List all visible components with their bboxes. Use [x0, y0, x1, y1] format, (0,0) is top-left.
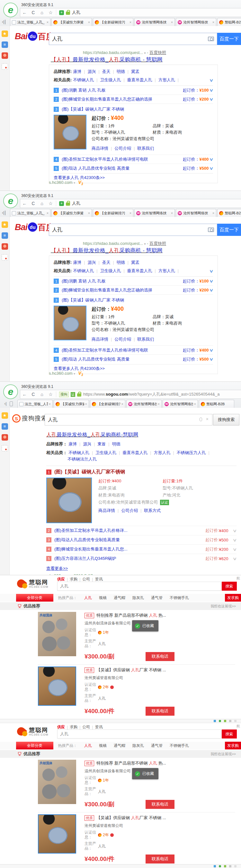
all-categories-button[interactable]: 全部分类 [16, 594, 53, 601]
status-icon[interactable] [214, 720, 216, 722]
expand-chevron-icon[interactable]: ∨ [209, 97, 214, 101]
tab-collapse-icon[interactable]: ‹| [2, 20, 4, 24]
product-detail-link[interactable]: 商品详情 [92, 146, 108, 151]
product-title-link[interactable]: 特别推荐 新产品扇形不锈钢 人孔 热... [96, 613, 166, 618]
tab-zhibo-1[interactable]: W沧州智博网络技× [126, 400, 162, 408]
close-icon[interactable]: × [158, 402, 160, 406]
snapshot-link[interactable]: 百度快照 [149, 241, 166, 246]
status-icon[interactable] [229, 865, 231, 867]
expand-chevron-icon[interactable]: ∨ [209, 348, 214, 352]
product-link[interactable]: (图)【昊诚】碳钢人孔厂家 不锈钢 [62, 297, 213, 303]
category-link[interactable]: 方形人孔 [154, 450, 170, 456]
all-categories-button[interactable]: 全部分类 [16, 742, 53, 749]
hongbao-icon[interactable] [2, 434, 8, 441]
category-link[interactable]: 不锈钢人孔 [73, 268, 94, 274]
product-image[interactable]: 共创流体 [38, 612, 76, 656]
screenshot-icon[interactable] [2, 254, 8, 260]
post-buy-button[interactable]: 发求购 [225, 742, 241, 749]
category-link[interactable]: 卫生级人孔 [95, 450, 116, 456]
contact-phone-button[interactable]: 联系电话 [146, 652, 175, 661]
close-icon[interactable]: × [129, 211, 131, 215]
hot-link[interactable]: 视镜 [99, 594, 107, 601]
product-link[interactable]: (图)【昊诚】碳钢人孔厂家 不锈钢 [62, 106, 213, 112]
back-icon[interactable]: ← [20, 10, 29, 15]
show-here-link[interactable]: 我想在这展现>> [210, 752, 236, 756]
show-here-link[interactable]: 我想在这展现>> [210, 604, 236, 609]
product-title-link[interactable]: 特别推荐 新产品扇形不锈钢 人孔 热... [96, 761, 166, 766]
close-icon[interactable]: × [171, 20, 173, 24]
expand-chevron-icon[interactable]: ∨ [233, 538, 237, 542]
contact-phone-button[interactable]: 联系电话 [146, 707, 175, 716]
close-icon[interactable]: × [88, 20, 90, 24]
category-link[interactable]: 方形人孔 [158, 268, 175, 274]
nav-supply[interactable]: 供应 [57, 724, 65, 730]
brand-link[interactable]: 源兴 [87, 260, 96, 266]
sogou-search-button[interactable]: 搜狗搜索 [213, 414, 239, 426]
expand-chevron-icon[interactable]: ∨ [209, 288, 214, 292]
screenshot-icon[interactable] [2, 63, 8, 70]
camera-icon[interactable] [208, 227, 214, 232]
brand-link[interactable]: 冀孟 [131, 69, 140, 74]
expand-chevron-icon[interactable]: ∨ [209, 88, 214, 93]
close-icon[interactable]: × [129, 20, 131, 24]
close-icon[interactable]: × [47, 20, 49, 24]
search-input[interactable] [49, 33, 217, 45]
tab-zhibo-2[interactable]: W沧州智博网络技× [162, 400, 198, 408]
expand-chevron-icon[interactable]: ∨ [233, 547, 237, 552]
tab-zhibo-1[interactable]: W沧州智博网络技× [134, 209, 175, 217]
product-title-link[interactable]: 【昊诚】供应碳钢 人孔厂家 不锈钢 ... [96, 667, 166, 673]
brand-link[interactable]: 源兴 [87, 69, 96, 74]
contact-link[interactable]: 联系方式 [144, 508, 161, 514]
back-icon[interactable]: ← [20, 201, 29, 206]
hot-link[interactable]: 不锈钢手孔 [170, 594, 189, 601]
tab-hc360[interactable]: 慧聪网-B2B [217, 209, 241, 217]
brand-link[interactable]: 明德 [117, 69, 125, 74]
tab-tangang[interactable]: 【全新碳钢排污× [90, 400, 125, 408]
chevron-down-icon[interactable]: ▾ [144, 242, 146, 246]
nav-buy[interactable]: 求购 [70, 577, 78, 582]
sogou-logo[interactable]: S 搜狗搜索 [12, 414, 48, 423]
chevron-down-icon[interactable]: ▾ [73, 372, 75, 375]
baidu-search-button[interactable]: 百度一下 [217, 33, 241, 45]
category-link[interactable]: 不锈钢法兰人孔 [67, 456, 97, 462]
nav-supply[interactable]: 供应 [57, 577, 65, 582]
expand-chevron-icon[interactable]: ∨ [209, 279, 214, 283]
status-icon[interactable] [229, 720, 231, 722]
camera-icon[interactable] [208, 37, 214, 41]
close-icon[interactable]: × [121, 402, 123, 406]
baidu-logo[interactable]: Baidu百度 [15, 31, 54, 42]
favorites-icon[interactable]: ★ [2, 31, 8, 37]
home-icon[interactable]: ⌂ [38, 10, 46, 15]
product-link[interactable]: (图)狮城管业长期出售垂直吊盖人孔您... [54, 546, 205, 552]
product-link[interactable]: (图)琨达人孔品质优专业制造高质量 [54, 537, 205, 543]
brand-link[interactable]: 圣天 [102, 69, 111, 74]
snapshot-link[interactable]: 百度快照 [149, 50, 166, 55]
brand-link[interactable]: 冀孟 [131, 260, 140, 266]
hot-link[interactable]: 不锈钢手孔 [170, 742, 189, 749]
view-more-link[interactable]: 查看更多>> [46, 566, 68, 571]
brand-link[interactable]: 圣天 [102, 260, 111, 266]
tab-haocheng[interactable]: 【昊诚恒力弹簧× [52, 18, 92, 26]
result-title-link[interactable]: 人孔最新批发价格_人孔采购商机-慧聪网 [46, 432, 138, 437]
address-bar[interactable]: 搜狗 证 https://www.sogou.com/web?query=人孔&… [56, 392, 241, 397]
tab-hc360[interactable]: 慧聪网-B2B [217, 18, 241, 26]
close-icon[interactable]: × [171, 211, 173, 215]
baidu-logo[interactable]: Baidu百度 [15, 222, 54, 232]
nav-news[interactable]: 资讯 [95, 724, 102, 730]
favorites-icon[interactable]: ★ [2, 221, 8, 228]
nav-company[interactable]: 公司 [82, 724, 90, 730]
microphone-icon[interactable] [200, 417, 202, 421]
expand-chevron-icon[interactable]: ∨ [233, 528, 237, 533]
product-image[interactable] [54, 115, 86, 149]
phone-icon[interactable] [5, 20, 5, 24]
hot-link[interactable]: 通气管 [151, 594, 162, 601]
category-link[interactable]: 不锈钢人孔 [73, 77, 94, 83]
tab-collapse-icon[interactable]: ‹| [2, 211, 4, 215]
category-link[interactable]: 垂直吊盖人孔 [127, 77, 152, 83]
category-link[interactable]: 不锈钢压力人孔 [177, 450, 206, 456]
product-image[interactable] [54, 306, 86, 340]
tab-haocheng[interactable]: 【昊诚恒力弹簧× [52, 209, 92, 217]
result-title-link[interactable]: 【人孔】最新批发价格_人孔采购商机 - 慧聪网 [51, 247, 162, 254]
refresh-icon[interactable]: C [29, 392, 38, 397]
hot-link[interactable]: 通气管 [151, 742, 162, 749]
